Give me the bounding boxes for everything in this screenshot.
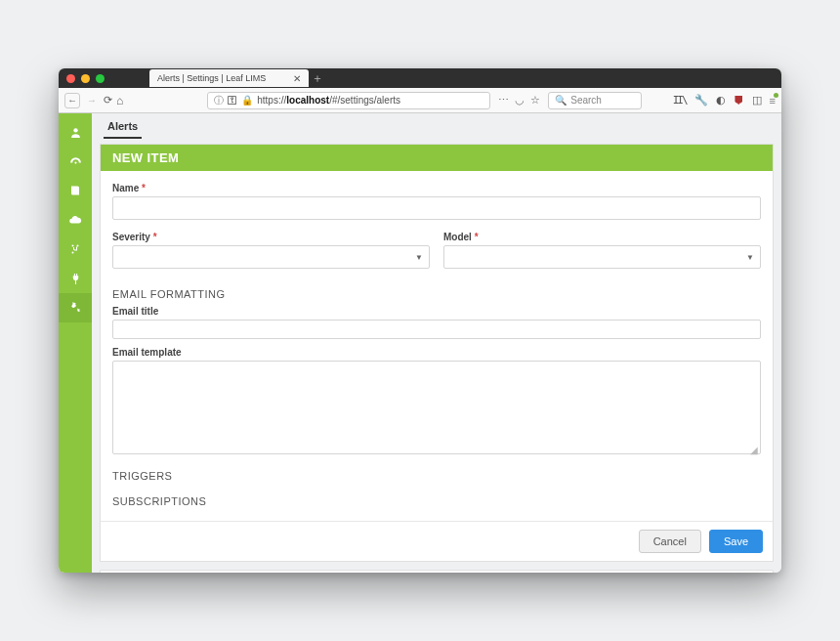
chevron-down-icon: ▼ — [415, 253, 423, 262]
user-icon — [69, 126, 82, 139]
toolbar-right-icons: II\ 🔧 ◐ ⛊ ◫ ≡ — [673, 94, 776, 107]
close-window-button[interactable] — [66, 74, 75, 83]
search-icon: 🔍 — [555, 95, 567, 106]
sidebar-item-settings[interactable] — [59, 293, 92, 322]
required-icon: * — [153, 232, 157, 242]
shield-icon[interactable]: ⛊ — [734, 95, 744, 107]
content-tabs: Alerts — [92, 113, 781, 139]
email-template-textarea[interactable] — [112, 361, 761, 454]
forward-button[interactable]: → — [84, 93, 100, 108]
content-area: Alerts NEW ITEM Name * — [92, 113, 781, 573]
browser-toolbar: ← → ⟳ ⌂ ⓘ ⚿ 🔒 https://localhost/#/settin… — [59, 88, 781, 113]
svg-point-1 — [74, 161, 76, 163]
close-tab-icon[interactable]: ✕ — [293, 73, 301, 84]
reload-icon[interactable]: ⟳ — [104, 94, 112, 107]
chevron-down-icon: ▼ — [746, 253, 754, 262]
field-email-template: Email template ◢ — [112, 347, 761, 458]
branch-icon — [69, 243, 81, 255]
field-model: Model * ▼ — [443, 232, 761, 269]
triggers-heading: TRIGGERS — [112, 470, 761, 482]
email-title-input[interactable] — [112, 320, 761, 339]
sidebar-toggle-icon[interactable]: ◫ — [752, 94, 762, 107]
cloud-icon — [68, 213, 82, 227]
home-icon[interactable]: ⌂ — [116, 94, 123, 107]
more-icon[interactable]: ⋯ — [498, 94, 509, 107]
url-text: https://localhost/#/settings/alerts — [257, 95, 400, 106]
email-title-label: Email title — [112, 306, 761, 317]
wrench-icon[interactable]: 🔧 — [694, 94, 708, 107]
window-controls — [66, 74, 105, 83]
next-card-peek — [100, 570, 774, 573]
book-icon — [69, 185, 81, 196]
plug-icon — [69, 273, 82, 285]
card-title: NEW ITEM — [101, 145, 773, 171]
browser-tab[interactable]: Alerts | Settings | Leaf LIMS ✕ — [149, 69, 309, 87]
sidebar — [59, 113, 92, 573]
card-body: Name * Severity * — [101, 171, 773, 521]
browser-search[interactable]: 🔍 Search — [548, 92, 642, 109]
card-footer: Cancel Save — [101, 521, 773, 561]
tab-alerts[interactable]: Alerts — [104, 116, 142, 139]
sidebar-item-profile[interactable] — [59, 117, 92, 147]
search-placeholder: Search — [570, 95, 602, 106]
key-icon: ⚿ — [228, 95, 237, 106]
sidebar-item-book[interactable] — [59, 176, 92, 205]
cogs-icon — [68, 301, 82, 315]
url-bar[interactable]: ⓘ ⚿ 🔒 https://localhost/#/settings/alert… — [207, 92, 490, 109]
sidebar-item-branch[interactable] — [59, 235, 92, 264]
severity-label: Severity * — [112, 232, 430, 242]
library-icon[interactable]: II\ — [673, 94, 687, 107]
svg-point-0 — [73, 128, 77, 132]
email-template-label: Email template — [112, 347, 761, 358]
required-icon: * — [142, 183, 146, 193]
menu-icon[interactable]: ≡ — [770, 95, 776, 107]
gauge-icon — [69, 155, 82, 168]
sidebar-item-cloud[interactable] — [59, 205, 92, 235]
model-select[interactable]: ▼ — [443, 245, 761, 269]
field-severity: Severity * ▼ — [112, 232, 430, 269]
pocket-icon[interactable]: ◡ — [515, 94, 525, 107]
info-icon[interactable]: ⓘ — [214, 94, 224, 107]
titlebar: Alerts | Settings | Leaf LIMS ✕ ＋ — [59, 68, 781, 88]
nav-group: ← → ⟳ ⌂ — [64, 93, 123, 108]
maximize-window-button[interactable] — [96, 74, 105, 83]
new-tab-button[interactable]: ＋ — [312, 70, 323, 87]
tab-title: Alerts | Settings | Leaf LIMS — [157, 73, 266, 83]
email-formatting-heading: EMAIL FORMATTING — [112, 288, 761, 300]
name-label: Name * — [112, 183, 761, 193]
circle-icon[interactable]: ◐ — [716, 94, 726, 107]
page-action-icons: ⋯ ◡ ☆ — [498, 94, 540, 107]
subscriptions-heading: SUBSCRIPTIONS — [112, 495, 761, 507]
minimize-window-button[interactable] — [81, 74, 90, 83]
browser-window: Alerts | Settings | Leaf LIMS ✕ ＋ ← → ⟳ … — [59, 68, 781, 573]
star-icon[interactable]: ☆ — [530, 94, 540, 107]
cancel-button[interactable]: Cancel — [639, 530, 701, 553]
field-name: Name * — [112, 183, 761, 220]
severity-select[interactable]: ▼ — [112, 245, 430, 269]
lock-icon: 🔒 — [241, 95, 253, 106]
new-item-card: NEW ITEM Name * Severity * — [100, 144, 774, 562]
back-button[interactable]: ← — [64, 93, 80, 108]
save-button[interactable]: Save — [709, 530, 763, 553]
sidebar-item-dashboard[interactable] — [59, 147, 92, 176]
name-input[interactable] — [112, 196, 761, 220]
required-icon: * — [475, 232, 479, 242]
model-label: Model * — [443, 232, 761, 242]
field-email-title: Email title — [112, 306, 761, 339]
sidebar-item-plug[interactable] — [59, 264, 92, 293]
app-body: Alerts NEW ITEM Name * — [59, 113, 781, 573]
